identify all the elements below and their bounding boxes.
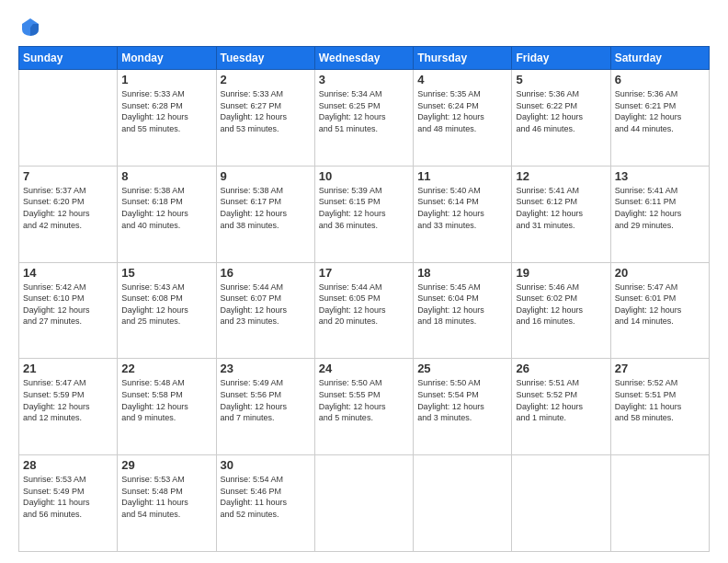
- table-row: 11Sunrise: 5:40 AM Sunset: 6:14 PM Dayli…: [414, 166, 512, 262]
- table-row: 3Sunrise: 5:34 AM Sunset: 6:25 PM Daylig…: [314, 70, 413, 167]
- calendar-table: Sunday Monday Tuesday Wednesday Thursday…: [18, 46, 710, 552]
- col-wednesday: Wednesday: [314, 47, 413, 70]
- day-number: 8: [121, 169, 211, 183]
- table-row: 9Sunrise: 5:38 AM Sunset: 6:17 PM Daylig…: [216, 166, 314, 262]
- day-info: Sunrise: 5:36 AM Sunset: 6:22 PM Dayligh…: [516, 88, 606, 134]
- day-number: 20: [615, 266, 705, 280]
- table-row: 23Sunrise: 5:49 AM Sunset: 5:56 PM Dayli…: [216, 359, 314, 455]
- table-row: 13Sunrise: 5:41 AM Sunset: 6:11 PM Dayli…: [610, 166, 709, 262]
- col-saturday: Saturday: [610, 47, 709, 70]
- table-row: 21Sunrise: 5:47 AM Sunset: 5:59 PM Dayli…: [19, 359, 118, 455]
- day-number: 29: [121, 458, 211, 472]
- table-row: 15Sunrise: 5:43 AM Sunset: 6:08 PM Dayli…: [118, 262, 216, 359]
- table-row: 30Sunrise: 5:54 AM Sunset: 5:46 PM Dayli…: [216, 455, 314, 552]
- logo: [18, 17, 40, 37]
- day-info: Sunrise: 5:54 AM Sunset: 5:46 PM Dayligh…: [221, 474, 311, 520]
- day-info: Sunrise: 5:44 AM Sunset: 6:05 PM Dayligh…: [319, 282, 409, 327]
- calendar-week-row: 21Sunrise: 5:47 AM Sunset: 5:59 PM Dayli…: [19, 359, 710, 455]
- day-info: Sunrise: 5:47 AM Sunset: 6:01 PM Dayligh…: [615, 282, 705, 327]
- day-number: 3: [319, 73, 409, 86]
- day-number: 12: [516, 169, 606, 183]
- table-row: [512, 455, 610, 552]
- table-row: [414, 455, 512, 552]
- day-number: 4: [417, 73, 507, 86]
- day-info: Sunrise: 5:41 AM Sunset: 6:12 PM Dayligh…: [516, 185, 606, 231]
- calendar-week-row: 1Sunrise: 5:33 AM Sunset: 6:28 PM Daylig…: [19, 70, 710, 167]
- day-number: 25: [417, 362, 507, 375]
- table-row: 24Sunrise: 5:50 AM Sunset: 5:55 PM Dayli…: [314, 359, 413, 455]
- day-info: Sunrise: 5:47 AM Sunset: 5:59 PM Dayligh…: [23, 377, 113, 423]
- day-number: 17: [319, 266, 409, 280]
- col-thursday: Thursday: [414, 47, 512, 70]
- day-number: 22: [121, 362, 211, 375]
- day-number: 10: [319, 169, 409, 183]
- day-info: Sunrise: 5:40 AM Sunset: 6:14 PM Dayligh…: [417, 185, 507, 231]
- table-row: 5Sunrise: 5:36 AM Sunset: 6:22 PM Daylig…: [512, 70, 610, 167]
- day-info: Sunrise: 5:53 AM Sunset: 5:49 PM Dayligh…: [23, 474, 113, 520]
- table-row: 25Sunrise: 5:50 AM Sunset: 5:54 PM Dayli…: [414, 359, 512, 455]
- day-info: Sunrise: 5:36 AM Sunset: 6:21 PM Dayligh…: [615, 88, 705, 134]
- day-number: 21: [23, 362, 113, 375]
- day-info: Sunrise: 5:33 AM Sunset: 6:27 PM Dayligh…: [221, 88, 311, 134]
- table-row: 6Sunrise: 5:36 AM Sunset: 6:21 PM Daylig…: [610, 70, 709, 167]
- day-info: Sunrise: 5:35 AM Sunset: 6:24 PM Dayligh…: [417, 88, 507, 134]
- day-info: Sunrise: 5:41 AM Sunset: 6:11 PM Dayligh…: [615, 185, 705, 231]
- table-row: 14Sunrise: 5:42 AM Sunset: 6:10 PM Dayli…: [19, 262, 118, 359]
- table-row: [610, 455, 709, 552]
- page: Sunday Monday Tuesday Wednesday Thursday…: [0, 0, 728, 563]
- day-number: 13: [615, 169, 705, 183]
- table-row: 12Sunrise: 5:41 AM Sunset: 6:12 PM Dayli…: [512, 166, 610, 262]
- header: [18, 17, 710, 37]
- col-friday: Friday: [512, 47, 610, 70]
- day-info: Sunrise: 5:46 AM Sunset: 6:02 PM Dayligh…: [516, 282, 606, 327]
- calendar-week-row: 7Sunrise: 5:37 AM Sunset: 6:20 PM Daylig…: [19, 166, 710, 262]
- table-row: 10Sunrise: 5:39 AM Sunset: 6:15 PM Dayli…: [314, 166, 413, 262]
- day-info: Sunrise: 5:39 AM Sunset: 6:15 PM Dayligh…: [319, 185, 409, 231]
- table-row: 17Sunrise: 5:44 AM Sunset: 6:05 PM Dayli…: [314, 262, 413, 359]
- day-info: Sunrise: 5:49 AM Sunset: 5:56 PM Dayligh…: [221, 377, 311, 423]
- table-row: 1Sunrise: 5:33 AM Sunset: 6:28 PM Daylig…: [118, 70, 216, 167]
- calendar-header-row: Sunday Monday Tuesday Wednesday Thursday…: [19, 47, 710, 70]
- table-row: 2Sunrise: 5:33 AM Sunset: 6:27 PM Daylig…: [216, 70, 314, 167]
- day-number: 27: [615, 362, 705, 375]
- table-row: 27Sunrise: 5:52 AM Sunset: 5:51 PM Dayli…: [610, 359, 709, 455]
- calendar-week-row: 14Sunrise: 5:42 AM Sunset: 6:10 PM Dayli…: [19, 262, 710, 359]
- day-number: 5: [516, 73, 606, 86]
- table-row: 20Sunrise: 5:47 AM Sunset: 6:01 PM Dayli…: [610, 262, 709, 359]
- day-info: Sunrise: 5:44 AM Sunset: 6:07 PM Dayligh…: [221, 282, 311, 327]
- table-row: 19Sunrise: 5:46 AM Sunset: 6:02 PM Dayli…: [512, 262, 610, 359]
- table-row: 18Sunrise: 5:45 AM Sunset: 6:04 PM Dayli…: [414, 262, 512, 359]
- day-number: 19: [516, 266, 606, 280]
- table-row: [314, 455, 413, 552]
- day-info: Sunrise: 5:33 AM Sunset: 6:28 PM Dayligh…: [121, 88, 211, 134]
- day-number: 28: [23, 458, 113, 472]
- day-number: 9: [221, 169, 311, 183]
- table-row: [19, 70, 118, 167]
- col-sunday: Sunday: [19, 47, 118, 70]
- table-row: 7Sunrise: 5:37 AM Sunset: 6:20 PM Daylig…: [19, 166, 118, 262]
- day-info: Sunrise: 5:38 AM Sunset: 6:18 PM Dayligh…: [121, 185, 211, 231]
- day-number: 2: [221, 73, 311, 86]
- day-info: Sunrise: 5:50 AM Sunset: 5:55 PM Dayligh…: [319, 377, 409, 423]
- day-info: Sunrise: 5:51 AM Sunset: 5:52 PM Dayligh…: [516, 377, 606, 423]
- logo-icon: [20, 17, 40, 37]
- day-number: 24: [319, 362, 409, 375]
- table-row: 4Sunrise: 5:35 AM Sunset: 6:24 PM Daylig…: [414, 70, 512, 167]
- table-row: 29Sunrise: 5:53 AM Sunset: 5:48 PM Dayli…: [118, 455, 216, 552]
- day-info: Sunrise: 5:43 AM Sunset: 6:08 PM Dayligh…: [121, 282, 211, 327]
- day-info: Sunrise: 5:34 AM Sunset: 6:25 PM Dayligh…: [319, 88, 409, 134]
- day-number: 7: [23, 169, 113, 183]
- calendar-week-row: 28Sunrise: 5:53 AM Sunset: 5:49 PM Dayli…: [19, 455, 710, 552]
- table-row: 28Sunrise: 5:53 AM Sunset: 5:49 PM Dayli…: [19, 455, 118, 552]
- day-number: 14: [23, 266, 113, 280]
- table-row: 22Sunrise: 5:48 AM Sunset: 5:58 PM Dayli…: [118, 359, 216, 455]
- day-number: 18: [417, 266, 507, 280]
- day-number: 15: [121, 266, 211, 280]
- day-info: Sunrise: 5:42 AM Sunset: 6:10 PM Dayligh…: [23, 282, 113, 327]
- day-info: Sunrise: 5:37 AM Sunset: 6:20 PM Dayligh…: [23, 185, 113, 231]
- day-info: Sunrise: 5:52 AM Sunset: 5:51 PM Dayligh…: [615, 377, 705, 423]
- table-row: 26Sunrise: 5:51 AM Sunset: 5:52 PM Dayli…: [512, 359, 610, 455]
- day-number: 16: [221, 266, 311, 280]
- day-info: Sunrise: 5:50 AM Sunset: 5:54 PM Dayligh…: [417, 377, 507, 423]
- day-info: Sunrise: 5:48 AM Sunset: 5:58 PM Dayligh…: [121, 377, 211, 423]
